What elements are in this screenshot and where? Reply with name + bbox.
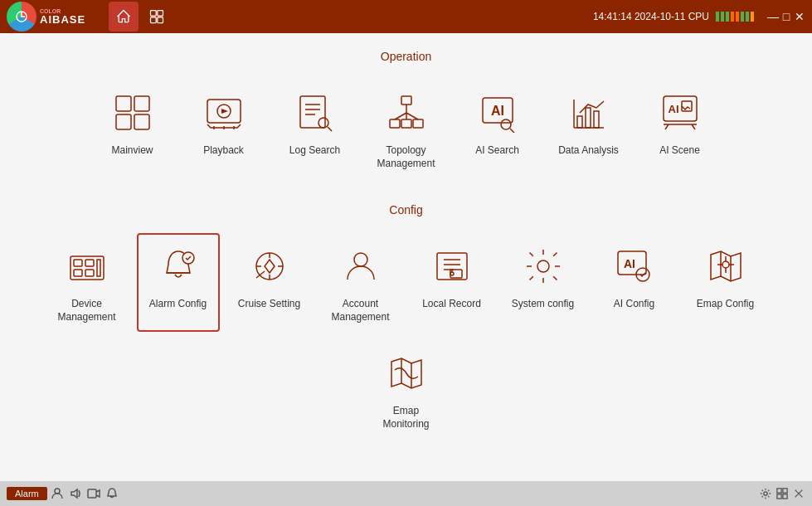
svg-rect-7 — [116, 114, 131, 129]
topology-icon — [382, 88, 431, 138]
device-management-label: Device Management — [54, 298, 120, 324]
close-taskbar-icon[interactable] — [792, 487, 805, 500]
svg-rect-22 — [594, 111, 599, 128]
ai-config-item[interactable]: AI AI Config — [593, 233, 676, 332]
svg-text:AI: AI — [491, 104, 504, 118]
svg-point-34 — [354, 253, 367, 266]
svg-rect-47 — [783, 489, 787, 493]
alarm-button[interactable]: Alarm — [7, 487, 47, 500]
main-content: Operation Mainview — [0, 33, 812, 481]
alarm-config-label: Alarm Config — [149, 298, 207, 311]
svg-point-42 — [722, 261, 729, 268]
home-nav-button[interactable] — [109, 2, 139, 32]
ai-scene-label: AI Scene — [659, 144, 700, 158]
mainview-icon — [108, 88, 158, 138]
svg-rect-21 — [586, 108, 591, 128]
taskbar: Alarm — [0, 481, 812, 506]
cruise-setting-item[interactable]: Cruise Setting — [228, 233, 311, 332]
settings-icon[interactable] — [759, 487, 772, 500]
data-analysis-icon — [564, 88, 614, 138]
datetime-display: 14:41:14 2024-10-11 CPU — [593, 11, 709, 22]
svg-rect-4 — [158, 17, 163, 23]
playback-item[interactable]: Playback — [182, 80, 265, 178]
mainview-label: Mainview — [111, 144, 153, 158]
data-analysis-item[interactable]: Data Analysis — [547, 80, 630, 178]
maximize-button[interactable]: □ — [780, 11, 792, 22]
emap-config-icon — [701, 241, 751, 291]
account-management-icon — [336, 241, 386, 291]
svg-rect-29 — [74, 270, 82, 276]
config-icons-grid: Device Management Alarm Config — [17, 233, 795, 439]
taskbar-right — [759, 487, 805, 500]
svg-point-45 — [764, 492, 767, 495]
taskbar-icons — [51, 487, 119, 500]
playback-icon — [199, 88, 249, 138]
device-management-icon — [62, 241, 112, 291]
alarm-config-item[interactable]: Alarm Config — [137, 233, 220, 332]
local-record-label: Local Record — [422, 298, 481, 311]
emap-config-label: Emap Config — [697, 298, 754, 311]
speaker-icon[interactable] — [69, 487, 82, 500]
window-icon[interactable] — [776, 487, 789, 500]
topology-label: Topology Management — [373, 144, 440, 170]
svg-text:AI: AI — [668, 103, 678, 115]
mainview-item[interactable]: Mainview — [91, 80, 174, 178]
account-management-item[interactable]: Account Management — [319, 233, 402, 332]
topology-item[interactable]: Topology Management — [365, 80, 448, 178]
taskbar-left: Alarm — [7, 487, 119, 500]
svg-rect-13 — [401, 96, 411, 105]
data-analysis-label: Data Analysis — [558, 144, 619, 158]
svg-rect-8 — [134, 114, 149, 129]
svg-rect-15 — [401, 119, 411, 128]
logo-text: AIBASE — [40, 14, 85, 25]
emap-monitoring-item[interactable]: Emap Monitoring — [365, 340, 448, 439]
alarm-config-icon — [153, 241, 203, 291]
local-record-icon — [427, 241, 477, 291]
record-icon[interactable] — [87, 487, 100, 500]
svg-rect-6 — [134, 96, 149, 111]
emap-monitoring-icon — [382, 348, 431, 398]
svg-rect-20 — [577, 116, 582, 128]
config-section-title: Config — [17, 203, 795, 217]
grid-nav-button[interactable] — [142, 2, 172, 32]
svg-rect-48 — [777, 494, 781, 499]
close-button[interactable]: ✕ — [794, 11, 805, 22]
cpu-bar — [716, 12, 754, 22]
svg-rect-14 — [390, 119, 400, 128]
svg-rect-30 — [85, 270, 94, 276]
ai-scene-icon: AI — [655, 88, 705, 138]
svg-point-43 — [55, 489, 60, 494]
system-config-icon — [518, 241, 568, 291]
playback-label: Playback — [203, 144, 244, 158]
operation-icons-grid: Mainview Playback — [17, 80, 795, 178]
log-search-label: Log Search — [289, 144, 340, 158]
emap-monitoring-label: Emap Monitoring — [373, 405, 440, 431]
ai-search-item[interactable]: AI AI Search — [456, 80, 539, 178]
emap-config-item[interactable]: Emap Config — [684, 233, 767, 332]
titlebar-left: COLOR AIBASE — [7, 2, 172, 32]
bell-icon[interactable] — [105, 487, 119, 500]
cruise-setting-label: Cruise Setting — [238, 298, 300, 311]
person-icon[interactable] — [51, 487, 64, 500]
svg-rect-49 — [783, 494, 787, 499]
svg-rect-5 — [116, 96, 131, 111]
ai-scene-item[interactable]: AI AI Scene — [639, 80, 722, 178]
svg-rect-2 — [158, 11, 163, 17]
ai-search-label: AI Search — [475, 144, 519, 158]
local-record-item[interactable]: Local Record — [411, 233, 494, 332]
logo-area: COLOR AIBASE — [7, 2, 85, 32]
svg-rect-16 — [413, 119, 423, 128]
svg-point-37 — [450, 272, 454, 275]
svg-rect-28 — [85, 260, 94, 266]
account-management-label: Account Management — [328, 298, 394, 324]
system-config-item[interactable]: System config — [502, 233, 585, 332]
svg-rect-46 — [777, 489, 781, 493]
operation-section-title: Operation — [17, 50, 795, 63]
system-config-label: System config — [512, 298, 574, 311]
svg-rect-31 — [97, 260, 100, 276]
minimize-button[interactable]: — — [767, 11, 779, 22]
svg-point-12 — [318, 118, 328, 128]
device-management-item[interactable]: Device Management — [46, 233, 129, 332]
log-search-item[interactable]: Log Search — [274, 80, 357, 178]
titlebar-right: 14:41:14 2024-10-11 CPU — □ ✕ — [593, 11, 805, 22]
